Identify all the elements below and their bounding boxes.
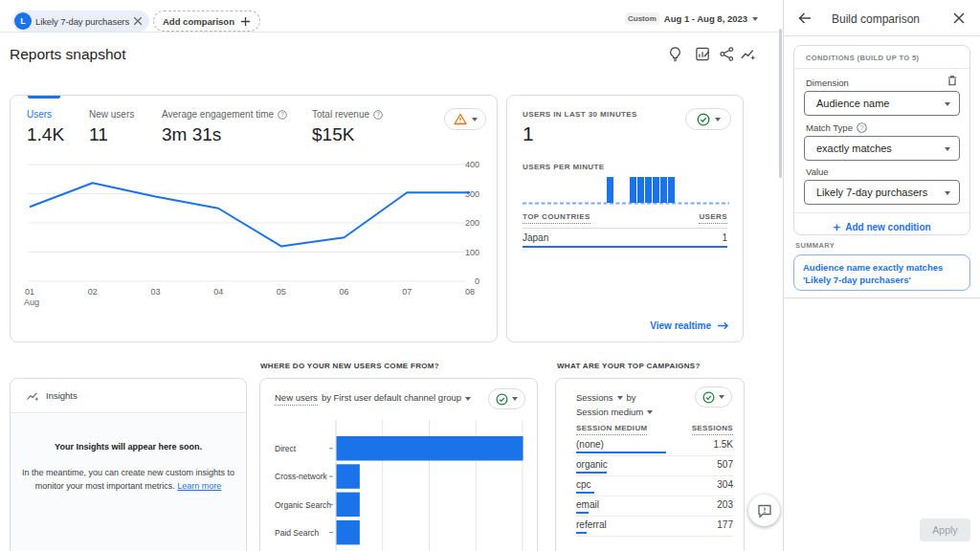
- remove-comparison-icon[interactable]: [133, 16, 143, 26]
- users-last-30min-value: 1: [523, 122, 534, 145]
- add-new-condition-button[interactable]: + Add new condition: [794, 220, 969, 234]
- svg-text:04: 04: [213, 287, 223, 297]
- add-comparison-label: Add comparison: [163, 16, 234, 27]
- metric-value: 3m 31s: [162, 124, 287, 145]
- column-header-sessions: SESSIONS: [692, 424, 733, 432]
- warning-icon: [454, 113, 467, 125]
- svg-text:Organic Search: Organic Search: [275, 500, 331, 510]
- svg-text:08: 08: [465, 287, 475, 297]
- table-row: cpc 304: [576, 476, 733, 496]
- section-title-new-users: WHERE DO YOUR NEW USERS COME FROM?: [260, 362, 439, 370]
- insights-header: Insights: [11, 379, 246, 413]
- customize-report-icon[interactable]: [695, 46, 711, 62]
- insights-card: Insights Your Insights will appear here …: [10, 378, 247, 551]
- campaigns-card: Sessions by Session medium SESSION MEDIU…: [555, 378, 745, 551]
- row-label: referral: [576, 519, 607, 530]
- insights-title: Insights: [46, 390, 78, 401]
- insights-sparkline-icon[interactable]: [740, 46, 756, 62]
- match-type-select[interactable]: exactly matches: [804, 136, 960, 161]
- country-bar: [523, 246, 727, 248]
- divider: [794, 212, 969, 213]
- data-quality-warning-button[interactable]: [444, 108, 486, 130]
- campaigns-status-button[interactable]: [695, 386, 732, 408]
- value-value: Likely 7-day purchasers: [816, 187, 927, 198]
- svg-text:?: ?: [280, 111, 284, 118]
- svg-text:01: 01: [25, 287, 34, 297]
- campaigns-dimension-dropdown[interactable]: Session medium: [576, 407, 653, 417]
- realtime-card: USERS IN LAST 30 MINUTES 1 USERS PER MIN…: [506, 95, 744, 342]
- row-bar: [576, 532, 587, 534]
- add-comparison-button[interactable]: Add comparison: [153, 11, 260, 32]
- users-per-minute-label: USERS PER MINUTE: [523, 163, 605, 171]
- row-label: organic: [576, 459, 608, 470]
- insights-sparkline-icon: [26, 389, 39, 403]
- value-select[interactable]: Likely 7-day purchasers: [804, 180, 960, 205]
- close-icon[interactable]: [951, 11, 967, 26]
- view-realtime-label: View realtime: [650, 320, 711, 331]
- metric-new-users[interactable]: New users 11: [89, 109, 134, 145]
- channels-dimension-dropdown[interactable]: New users by First user default channel …: [275, 392, 471, 406]
- svg-text:?: ?: [859, 124, 863, 132]
- summary-chip[interactable]: Audience name exactly matches 'Likely 7-…: [793, 254, 970, 291]
- svg-text:300: 300: [465, 189, 479, 199]
- row-bar: [576, 452, 666, 453]
- row-bar: [576, 492, 594, 494]
- row-value: 203: [717, 499, 733, 510]
- scrollbar-thumb[interactable]: [779, 29, 782, 178]
- panel-title: Build comparison: [832, 12, 920, 26]
- check-circle-icon: [697, 113, 710, 126]
- top-countries-header: TOP COUNTRIES: [523, 212, 590, 221]
- selected-metric-indicator: [28, 96, 60, 99]
- row-label: cpc: [576, 479, 591, 490]
- row-bar: [576, 472, 607, 474]
- back-arrow-icon[interactable]: [797, 11, 813, 26]
- svg-text:Paid Search: Paid Search: [275, 528, 320, 538]
- svg-text:06: 06: [340, 287, 349, 297]
- learn-more-link[interactable]: Learn more: [177, 481, 221, 491]
- metric-value: 1.4K: [27, 124, 64, 145]
- view-realtime-link[interactable]: View realtime: [650, 320, 729, 331]
- insights-lightbulb-icon[interactable]: [667, 46, 683, 62]
- audience-avatar: L: [14, 12, 32, 30]
- svg-text:Direct: Direct: [275, 444, 297, 453]
- metric-label: Average engagement time: [162, 109, 274, 120]
- date-range-picker[interactable]: Custom Aug 1 - Aug 8, 2023: [625, 12, 758, 25]
- metric-total-revenue[interactable]: Total revenue ? $15K: [312, 109, 383, 145]
- apply-button[interactable]: Apply: [920, 518, 970, 541]
- table-row: referral 177: [576, 517, 733, 537]
- date-range-label: Aug 1 - Aug 8, 2023: [664, 13, 747, 24]
- divider: [794, 68, 969, 69]
- metric-engagement-time[interactable]: Average engagement time ? 3m 31s: [162, 109, 287, 145]
- metric-label: New users: [89, 109, 134, 120]
- country-users-value: 1: [722, 232, 727, 243]
- dimension-name: by First user default channel group: [322, 392, 461, 406]
- chevron-down-icon: [945, 102, 950, 106]
- realtime-status-button[interactable]: [685, 108, 731, 130]
- svg-text:05: 05: [277, 287, 286, 297]
- users-line-chart: 01002003004000102030405060708Aug: [20, 151, 491, 314]
- metric-users[interactable]: Users 1.4K: [27, 109, 64, 145]
- arrow-right-icon: [717, 320, 729, 331]
- plus-icon: [240, 16, 251, 27]
- feedback-icon: [757, 503, 772, 518]
- comparison-chip[interactable]: L Likely 7-day purchasers: [12, 11, 149, 32]
- row-value: 507: [717, 459, 733, 470]
- row-bar: [576, 512, 589, 514]
- overview-card: Users 1.4K New users 11 Average engageme…: [10, 95, 498, 342]
- realtime-title: USERS IN LAST 30 MINUTES: [523, 110, 637, 119]
- metric-name: Sessions: [576, 392, 613, 403]
- delete-condition-icon[interactable]: [947, 75, 958, 87]
- svg-text:?: ?: [376, 111, 380, 118]
- share-icon[interactable]: [719, 46, 735, 62]
- channels-status-button[interactable]: [488, 388, 525, 409]
- dimension-select[interactable]: Audience name: [804, 91, 960, 116]
- dimension-name: Session medium: [576, 407, 643, 417]
- campaigns-metric-dropdown[interactable]: Sessions by: [576, 392, 636, 403]
- insights-headline: Your Insights will appear here soon.: [11, 442, 246, 452]
- feedback-button[interactable]: [748, 495, 780, 526]
- row-label: (none): [576, 439, 604, 450]
- svg-text:07: 07: [402, 287, 412, 297]
- metric-name: New users: [275, 392, 318, 406]
- svg-text:03: 03: [150, 287, 160, 297]
- check-circle-icon: [702, 391, 715, 404]
